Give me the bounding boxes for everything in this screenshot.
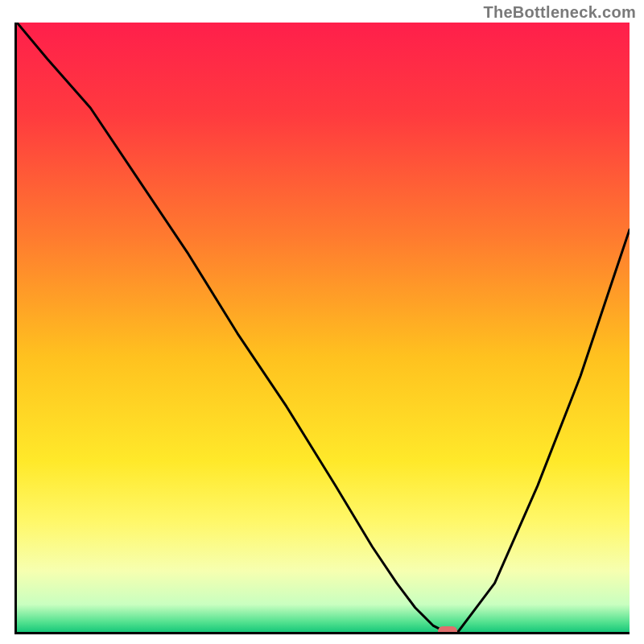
- watermark-text: TheBottleneck.com: [483, 3, 636, 22]
- chart-area: [14, 23, 630, 634]
- chart-curve: [17, 23, 630, 632]
- chart-marker: [438, 626, 457, 634]
